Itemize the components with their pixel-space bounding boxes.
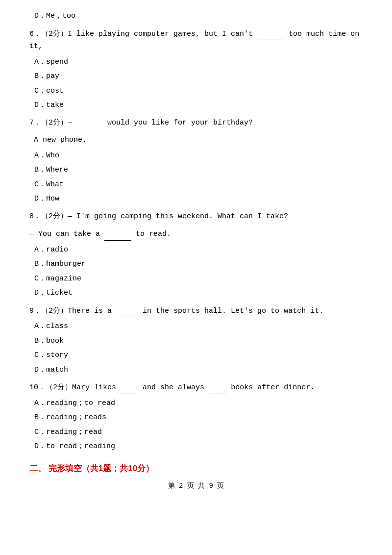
q8-option-c: C．magazine — [34, 273, 363, 285]
q9-option-a: A．class — [34, 320, 363, 333]
q9-option-c: C．story — [34, 349, 363, 362]
question-9: 9．（2分）There is a in the sports hall. Let… — [29, 304, 363, 318]
q8-option-a: A．radio — [34, 244, 363, 256]
question-10: 10．（2分）Mary likes and she always books a… — [29, 381, 363, 394]
question-7: 7．（2分）— would you like for your birthday… — [29, 117, 363, 129]
q10-option-d: D．to read；reading — [34, 440, 363, 453]
q10-option-c: C．reading；read — [34, 426, 363, 439]
prev-option-d: D．Me，too — [34, 10, 363, 23]
q6-option-a: A．spend — [34, 56, 363, 69]
q6-option-c: C．cost — [34, 85, 363, 98]
q7-option-d: D．How — [34, 193, 363, 205]
blank-q6 — [257, 27, 284, 41]
q9-option-b: B．book — [34, 335, 363, 348]
q7-option-b: B．Where — [34, 164, 363, 177]
q7-option-a: A．Who — [34, 150, 363, 162]
q10-option-b: B．reading；reads — [34, 411, 363, 424]
page-footer: 第 2 页 共 9 页 — [29, 480, 363, 492]
blank-q10a — [121, 381, 138, 394]
blank-q9 — [116, 304, 138, 318]
q8-option-b: B．hamburger — [34, 258, 363, 271]
q8-option-d: D．ticket — [34, 287, 363, 300]
q10-option-a: A．reading；to read — [34, 397, 363, 410]
q9-option-d: D．match — [34, 364, 363, 377]
question-6: 6．（2分）I like playing computer games, but… — [29, 27, 363, 53]
question-8: 8．（2分）— I'm going camping this weekend. … — [29, 210, 363, 223]
question-8-answer: — You can take a to read. — [29, 227, 363, 241]
q7-option-c: C．What — [34, 178, 363, 191]
blank-q10b — [209, 381, 226, 394]
q6-option-d: D．take — [34, 99, 363, 112]
section-2-header: 二、 完形填空（共1题；共10分） — [29, 462, 363, 476]
q6-option-b: B．pay — [34, 70, 363, 83]
question-7-answer: —A new phone. — [29, 134, 363, 147]
blank-q8 — [104, 227, 131, 241]
